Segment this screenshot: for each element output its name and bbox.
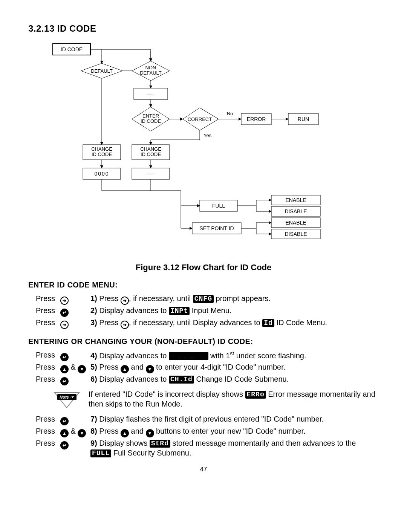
svg-text:CHANGE: CHANGE xyxy=(91,146,112,152)
step-8: 8) Press ▲ and ▼ buttons to enter your n… xyxy=(90,426,379,437)
press-label: Press xyxy=(36,438,60,448)
note-text: If entered "ID Code" is incorrect displa… xyxy=(89,389,379,409)
up-icon: ▲ xyxy=(121,365,129,373)
press-label: Press xyxy=(36,426,60,436)
down-icon: ▼ xyxy=(146,429,154,437)
subheading-changing: ENTERING OR CHANGING YOUR (NON-DEFAULT) … xyxy=(28,336,379,346)
down-icon: ▼ xyxy=(146,365,154,373)
lcd-strd: StRd xyxy=(150,440,170,448)
enter-icon: ↵ xyxy=(60,353,69,361)
svg-text:ID CODE: ID CODE xyxy=(141,118,161,124)
press-label: Press xyxy=(36,414,60,424)
page-number: 47 xyxy=(28,465,379,474)
up-icon: ▲ xyxy=(60,365,69,373)
svg-text:Note ☞: Note ☞ xyxy=(60,395,74,399)
svg-text:CHANGE: CHANGE xyxy=(140,146,161,152)
lcd-full: FULL xyxy=(90,449,111,458)
menu-icon: ➔ xyxy=(121,297,129,305)
lcd-blank: _ _ _ _ xyxy=(169,352,208,360)
note-icon: Note ☞ xyxy=(53,391,81,409)
lcd-cnfg: CNFG xyxy=(193,295,214,303)
step-1: 1) Press ➔, if necessary, until CNFG pro… xyxy=(90,294,379,305)
svg-text:DEFAULT: DEFAULT xyxy=(140,70,162,76)
press-label: Press xyxy=(36,350,60,360)
svg-text:SET POINT ID: SET POINT ID xyxy=(199,225,234,231)
lcd-inpt: INPt xyxy=(169,307,190,315)
enter-icon: ↵ xyxy=(60,377,69,385)
step-4: 4) Display advances to _ _ _ _ with 1st … xyxy=(90,350,379,361)
flowchart: ID CODE DEFAULT NON DEFAULT ---- ENTER I… xyxy=(38,40,358,258)
up-icon: ▲ xyxy=(121,429,129,437)
step-9: 9) Display shows StRd stored message mom… xyxy=(90,438,379,458)
svg-text:ENABLE: ENABLE xyxy=(285,197,306,203)
svg-text:ID CODE: ID CODE xyxy=(92,151,112,157)
svg-text:RUN: RUN xyxy=(298,116,309,122)
up-icon: ▲ xyxy=(60,429,69,437)
svg-text:No: No xyxy=(227,111,233,116)
svg-text:ENABLE: ENABLE xyxy=(285,220,306,226)
enter-icon: ↵ xyxy=(60,309,69,317)
step-3: 3) Press ➔, if necessary, until Display … xyxy=(90,318,379,329)
flowchart-svg: ID CODE DEFAULT NON DEFAULT ---- ENTER I… xyxy=(38,40,358,258)
enter-icon: ↵ xyxy=(60,441,69,449)
svg-text:ID CODE: ID CODE xyxy=(141,151,161,157)
lcd-chid: CH.Id xyxy=(169,376,194,384)
lcd-id: Id xyxy=(262,319,274,327)
svg-text:DISABLE: DISABLE xyxy=(285,208,307,214)
svg-text:----: ---- xyxy=(147,171,155,177)
menu-icon: ➔ xyxy=(60,321,69,329)
svg-text:ENTER: ENTER xyxy=(142,113,159,119)
svg-text:FULL: FULL xyxy=(212,203,225,209)
svg-text:CORRECT: CORRECT xyxy=(188,116,212,122)
press-label: Press xyxy=(36,306,60,315)
svg-text:ERROR: ERROR xyxy=(247,116,266,122)
svg-text:ID CODE: ID CODE xyxy=(61,46,83,52)
down-icon: ▼ xyxy=(78,429,86,437)
note-block: Note ☞ If entered "ID Code" is incorrect… xyxy=(36,389,379,409)
figure-caption: Figure 3.12 Flow Chart for ID Code xyxy=(28,262,379,273)
press-label: Press xyxy=(36,362,60,372)
svg-text:Yes: Yes xyxy=(204,133,212,138)
step-7: 7) Display flashes the first digit of pr… xyxy=(90,414,379,424)
svg-text:DISABLE: DISABLE xyxy=(285,231,307,237)
menu-icon: ➔ xyxy=(121,321,129,329)
step-2: 2) Display advances to INPt Input Menu. xyxy=(90,306,379,315)
svg-text:----: ---- xyxy=(147,91,155,97)
section-title: 3.2.13 ID CODE xyxy=(28,23,379,34)
press-label: Press xyxy=(36,294,60,303)
svg-text:NON: NON xyxy=(145,65,156,70)
steps-block-1: Press ➔ 1) Press ➔, if necessary, until … xyxy=(36,294,379,329)
down-icon: ▼ xyxy=(78,365,86,373)
lcd-erro: ERRo xyxy=(245,391,266,399)
svg-text:0000: 0000 xyxy=(94,171,109,177)
press-label: Press xyxy=(36,318,60,327)
menu-icon: ➔ xyxy=(60,297,69,305)
enter-icon: ↵ xyxy=(60,417,69,425)
step-6: 6) Display advances to CH.Id Change ID C… xyxy=(90,374,379,384)
step-5: 5) Press ▲ and ▼ to enter your 4-digit "… xyxy=(90,362,379,373)
steps-block-2: Press ↵ 4) Display advances to _ _ _ _ w… xyxy=(36,350,379,458)
subheading-enter-menu: ENTER ID CODE MENU: xyxy=(28,280,379,290)
svg-text:DEFAULT: DEFAULT xyxy=(91,68,113,74)
press-label: Press xyxy=(36,374,60,384)
